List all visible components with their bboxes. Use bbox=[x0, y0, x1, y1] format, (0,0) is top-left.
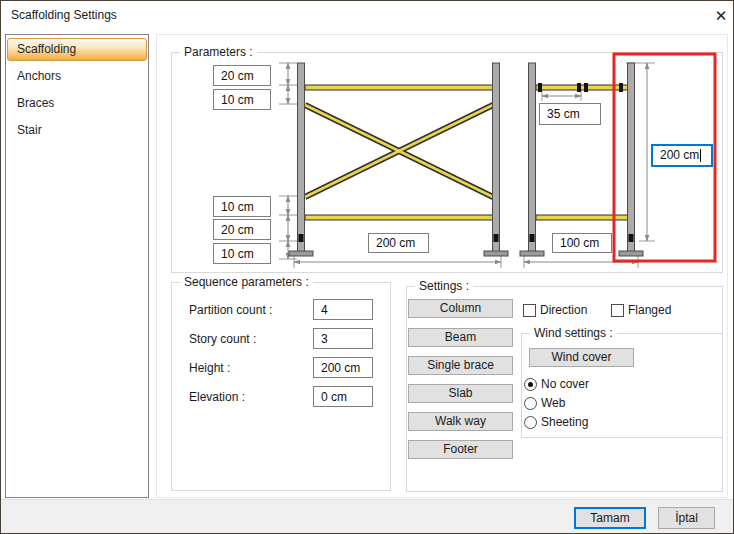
sidebar-item-anchors[interactable]: Anchors bbox=[7, 65, 147, 88]
sidebar-item-braces[interactable]: Braces bbox=[7, 92, 147, 115]
cancel-button[interactable]: İptal bbox=[658, 507, 715, 529]
parameters-group-label: Parameters : bbox=[180, 45, 257, 59]
dialog-footer: Tamam İptal bbox=[1, 499, 733, 534]
web-radio[interactable]: Web bbox=[524, 396, 565, 410]
slab-button[interactable]: Slab bbox=[408, 384, 513, 403]
direction-checkbox[interactable]: Direction bbox=[523, 303, 587, 317]
footer-button[interactable]: Footer bbox=[408, 440, 513, 459]
sidebar-item-scaffolding[interactable]: Scaffolding bbox=[7, 38, 147, 61]
no-cover-radio-label: No cover bbox=[541, 377, 589, 391]
walk-way-button[interactable]: Walk way bbox=[408, 412, 513, 431]
elevation-input[interactable] bbox=[313, 386, 373, 407]
story-height-value: 200 cm bbox=[660, 148, 699, 162]
text-caret bbox=[700, 149, 701, 162]
bottom-spacing-3-input[interactable] bbox=[213, 243, 271, 264]
story-count-input[interactable] bbox=[313, 328, 373, 349]
close-icon[interactable]: ✕ bbox=[711, 6, 731, 26]
bay-width-input[interactable] bbox=[368, 233, 429, 253]
column-button[interactable]: Column bbox=[408, 299, 513, 318]
single-brace-button[interactable]: Single brace bbox=[408, 356, 513, 375]
settings-group-label: Settings : bbox=[415, 279, 473, 293]
bottom-spacing-1-input[interactable] bbox=[213, 196, 271, 217]
radio-selected-icon bbox=[524, 378, 537, 391]
radio-icon bbox=[524, 397, 537, 410]
story-count-label: Story count : bbox=[189, 332, 256, 346]
scaffolding-settings-dialog: Scaffolding Settings ✕ Scaffolding Ancho… bbox=[0, 0, 734, 534]
sidebar-item-label: Anchors bbox=[17, 69, 61, 83]
clamp-spacing-input[interactable] bbox=[539, 103, 601, 125]
flanged-checkbox-label: Flanged bbox=[628, 303, 671, 317]
top-spacing-2-input[interactable] bbox=[213, 89, 271, 110]
height-label: Height : bbox=[189, 361, 230, 375]
sidebar-item-label: Stair bbox=[17, 123, 42, 137]
bottom-spacing-2-input[interactable] bbox=[213, 219, 271, 240]
checkbox-box-icon bbox=[611, 304, 624, 317]
radio-icon bbox=[524, 416, 537, 429]
sidebar-item-stair[interactable]: Stair bbox=[7, 119, 147, 142]
sequence-group-label: Sequence parameters : bbox=[180, 275, 313, 289]
partition-count-input[interactable] bbox=[313, 299, 373, 320]
beam-button[interactable]: Beam bbox=[408, 328, 513, 347]
narrow-bay-width-input[interactable] bbox=[552, 233, 612, 253]
checkbox-box-icon bbox=[523, 304, 536, 317]
direction-checkbox-label: Direction bbox=[540, 303, 587, 317]
flanged-checkbox[interactable]: Flanged bbox=[611, 303, 671, 317]
wind-settings-group-label: Wind settings : bbox=[530, 326, 617, 340]
category-sidebar: Scaffolding Anchors Braces Stair bbox=[5, 34, 149, 498]
web-radio-label: Web bbox=[541, 396, 565, 410]
dialog-title: Scaffolding Settings bbox=[11, 8, 117, 22]
no-cover-radio[interactable]: No cover bbox=[524, 377, 589, 391]
ok-button[interactable]: Tamam bbox=[574, 507, 646, 529]
story-height-input[interactable]: 200 cm bbox=[651, 144, 713, 167]
wind-cover-button[interactable]: Wind cover bbox=[529, 348, 634, 367]
sidebar-item-label: Scaffolding bbox=[17, 42, 76, 56]
elevation-label: Elevation : bbox=[189, 390, 245, 404]
partition-count-label: Partition count : bbox=[189, 303, 272, 317]
sheeting-radio[interactable]: Sheeting bbox=[524, 415, 588, 429]
sidebar-item-label: Braces bbox=[17, 96, 54, 110]
sheeting-radio-label: Sheeting bbox=[541, 415, 588, 429]
top-spacing-1-input[interactable] bbox=[213, 65, 271, 86]
height-input[interactable] bbox=[313, 357, 373, 378]
